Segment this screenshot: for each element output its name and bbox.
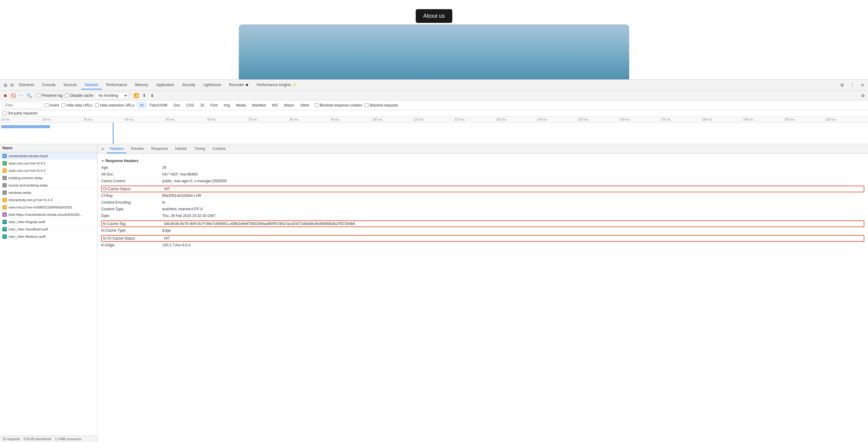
detail-tab-cookies[interactable]: Cookies [210,145,229,153]
filter-btn-fetch-xhr[interactable]: Fetch/XHR [147,102,170,108]
header-row-cf-ray: Cf-Ray: 85d1f5f14e326364-LHR [101,193,864,200]
filter-btn-doc[interactable]: Doc [171,102,183,108]
request-name-5: windows.webp [8,191,95,195]
disable-cache-checkbox[interactable]: Disable cache [65,93,93,98]
request-item-10[interactable]: F inter_Inter-SemiBold.woff [0,226,97,233]
header-name-content-encoding: Content-Encoding: [101,200,162,205]
filter-btn-js[interactable]: JS [197,102,207,108]
blocked-cookies-checkbox[interactable]: Blocked response cookies [315,103,362,108]
settings-icon[interactable]: ⚙ [839,82,845,89]
filter-icon[interactable]: ⋯ [18,93,24,98]
request-icon-11: F [2,234,7,239]
separator-1 [34,93,34,98]
hide-extension-checkbox[interactable]: Hide extension URLs [95,103,134,108]
header-row-date: Date: Thu, 29 Feb 2024 15:32:34 GMT [101,213,864,220]
tick-10ms: 10 ms [1,118,42,121]
hero-image-inner [239,24,629,79]
request-name-7: view.min.js?ver=e3d6f3216904b5b42831 [8,205,95,209]
tab-security[interactable]: Security [179,81,199,89]
filter-btn-css[interactable]: CSS [184,102,197,108]
filter-input[interactable] [2,102,42,109]
header-value-ki-cf-cache-status: HIT [164,236,863,240]
detail-tab-headers[interactable]: Headers [107,145,127,153]
header-value-date: Thu, 29 Feb 2024 15:32:34 GMT [162,214,864,218]
third-party-checkbox[interactable]: 3rd-party requests [2,111,866,115]
header-value-cache-control: public, max-age=0, s-maxage=2592000 [162,179,864,183]
request-item-4[interactable]: I tourist-and-building.webp [0,182,97,189]
detail-tab-preview[interactable]: Preview [128,145,147,153]
about-us-button[interactable]: About us [416,9,452,23]
tab-elements[interactable]: Elements [15,81,38,89]
request-item-1[interactable]: C style.min.css?ver=6.4.3 [0,160,97,167]
wifi-icon[interactable]: 📶 [133,93,139,98]
upload-icon[interactable]: ⬆ [142,93,147,98]
filter-btn-all[interactable]: All [136,102,146,108]
preserve-log-checkbox[interactable]: Preserve log [37,93,63,98]
tab-recorder[interactable]: Recorder ⏺ [225,81,252,89]
tab-network[interactable]: Network [81,81,102,89]
request-item-8[interactable]: B blob:https://carolinetestx.kinsta.clou… [0,211,97,218]
invert-checkbox[interactable]: Invert [44,103,59,108]
detail-tab-response[interactable]: Response [148,145,171,153]
tick-70ms: 70 ms [249,118,290,121]
filter-btn-img[interactable]: Img [221,102,233,108]
devtools-inspect-icon[interactable]: ⧉ [9,81,14,89]
request-item-0[interactable]: H carolinetestx.kinsta.cloud [0,152,97,160]
detail-tab-timing[interactable]: Timing [191,145,208,153]
request-item-3[interactable]: I building-exterior.webp [0,174,97,182]
tick-120ms: 120 ms [455,118,496,121]
request-icon-7: J [2,205,7,209]
header-name-cf-cache-status: Cf-Cache-Status: [103,187,164,191]
tab-performance[interactable]: Performance [102,81,131,89]
clear-icon[interactable]: 🚫 [10,93,16,98]
tab-application[interactable]: Application [153,81,178,89]
close-devtools-icon[interactable]: ✕ [860,82,866,89]
header-name-content-type: Content-Type: [101,207,162,211]
third-party-row: 3rd-party requests [0,110,868,117]
request-icon-3: I [2,176,7,180]
tab-console[interactable]: Console [38,81,59,89]
blocked-requests-checkbox[interactable]: Blocked requests [365,103,398,108]
more-options-icon[interactable]: ⋮ [849,82,856,89]
header-value-cf-cache-status: HIT [164,187,863,191]
tab-performance-insights[interactable]: Performance insights ⚡ [253,81,301,89]
detail-tab-initiator[interactable]: Initiator [172,145,190,153]
tab-lighthouse[interactable]: Lighthouse [199,81,225,89]
name-column-header: Name [2,146,12,150]
panel-header: Name [0,144,97,152]
header-row-ki-cf-cache-status: Ki-Cf-Cache-Status: HIT [101,235,864,242]
timeline-area: 10 ms 20 ms 30 ms 40 ms 50 ms 60 ms 70 m… [0,117,868,144]
filter-btn-other[interactable]: Other [298,102,312,108]
settings-network-icon[interactable]: ⚙ [860,93,866,98]
tab-sources[interactable]: Sources [60,81,81,89]
filter-btn-media[interactable]: Media [233,102,249,108]
network-toolbar: ⏺ 🚫 ⋯ 🔍 Preserve log Disable cache No th… [0,91,868,100]
request-item-7[interactable]: J view.min.js?ver=e3d6f3216904b5b42831 [0,204,97,211]
timeline-bar [1,125,50,128]
header-value-age: 28 [162,166,864,170]
devtools-cursor-icon[interactable]: ⊞ [2,82,8,89]
filter-btn-wasm[interactable]: Wasm [281,102,297,108]
request-item-11[interactable]: F inter_Inter-Medium.woff [0,233,97,240]
tab-memory[interactable]: Memory [131,81,152,89]
request-item-6[interactable]: J interactivity.min.js?ver=6.4.3 [0,196,97,204]
search-icon[interactable]: 🔍 [26,93,32,98]
header-value-ki-edge: v20.2.7;mv=3.0.4 [162,243,864,247]
request-icon-4: I [2,183,7,187]
request-item-9[interactable]: F inter_Inter-Regular.woff [0,218,97,226]
throttle-select[interactable]: No throttling [96,92,128,99]
tick-130ms: 130 ms [496,118,537,121]
request-name-3: building-exterior.webp [8,176,95,180]
request-item-2[interactable]: C style.min.css?ver=6.4.3 [0,167,97,174]
request-item-5[interactable]: I windows.webp [0,189,97,196]
request-icon-0: H [2,154,7,158]
detail-close-btn[interactable]: × [100,146,105,152]
download-icon[interactable]: ⬇ [150,93,155,98]
hide-data-urls-checkbox[interactable]: Hide data URLs [61,103,92,108]
filter-btn-ws[interactable]: WS [269,102,281,108]
detail-tab-bar: × Headers Preview Response Initiator Tim… [98,144,868,154]
record-icon[interactable]: ⏺ [2,93,8,98]
filter-btn-font[interactable]: Font [208,102,220,108]
requests-list[interactable]: H carolinetestx.kinsta.cloud C style.min… [0,152,97,436]
filter-btn-manifest[interactable]: Manifest [249,102,269,108]
